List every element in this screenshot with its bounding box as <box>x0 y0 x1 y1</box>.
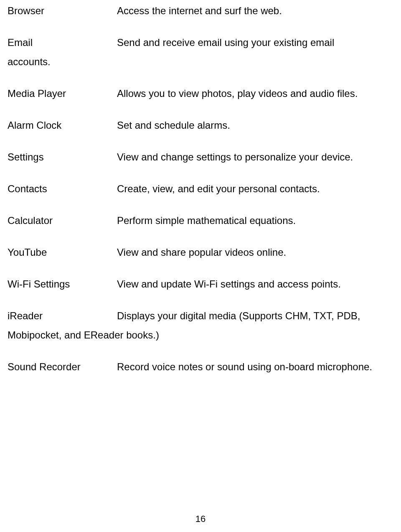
email-label: Email <box>8 37 117 48</box>
youtube-label: YouTube <box>8 247 117 258</box>
email-desc: Send and receive email using your existi… <box>117 37 386 48</box>
contacts-row: Contacts Create, view, and edit your per… <box>8 183 386 195</box>
soundrecorder-label: Sound Recorder <box>8 361 117 373</box>
ireader-desc: Displays your digital media (Supports CH… <box>117 310 386 322</box>
youtube-desc: View and share popular videos online. <box>117 247 386 258</box>
alarmclock-label: Alarm Clock <box>8 120 117 131</box>
soundrecorder-row: Sound Recorder Record voice notes or sou… <box>8 361 386 373</box>
settings-row: Settings View and change settings to per… <box>8 151 386 163</box>
wifi-desc: View and update Wi-Fi settings and acces… <box>117 278 386 290</box>
alarmclock-row: Alarm Clock Set and schedule alarms. <box>8 120 386 131</box>
mediaplayer-label: Media Player <box>8 88 117 99</box>
browser-desc: Access the internet and surf the web. <box>117 5 386 17</box>
browser-label: Browser <box>8 5 117 17</box>
mediaplayer-row: Media Player Allows you to view photos, … <box>8 88 386 99</box>
document-content: Browser Access the internet and surf the… <box>0 0 401 373</box>
calculator-label: Calculator <box>8 215 117 227</box>
page-number: 16 <box>0 514 401 524</box>
email-continued: accounts. <box>8 56 386 68</box>
browser-row: Browser Access the internet and surf the… <box>8 5 386 17</box>
settings-desc: View and change settings to personalize … <box>117 151 386 163</box>
mediaplayer-desc: Allows you to view photos, play videos a… <box>117 88 386 99</box>
contacts-desc: Create, view, and edit your personal con… <box>117 183 386 195</box>
soundrecorder-desc: Record voice notes or sound using on-boa… <box>117 361 386 373</box>
calculator-row: Calculator Perform simple mathematical e… <box>8 215 386 227</box>
wifi-label: Wi-Fi Settings <box>8 278 117 290</box>
contacts-label: Contacts <box>8 183 117 195</box>
ireader-row: iReader Displays your digital media (Sup… <box>8 310 386 322</box>
wifi-row: Wi-Fi Settings View and update Wi-Fi set… <box>8 278 386 290</box>
settings-label: Settings <box>8 151 117 163</box>
email-row: Email Send and receive email using your … <box>8 37 386 48</box>
alarmclock-desc: Set and schedule alarms. <box>117 120 386 131</box>
calculator-desc: Perform simple mathematical equations. <box>117 215 386 227</box>
ireader-label: iReader <box>8 310 117 322</box>
ireader-continued: Mobipocket, and EReader books.) <box>8 329 386 341</box>
youtube-row: YouTube View and share popular videos on… <box>8 247 386 258</box>
